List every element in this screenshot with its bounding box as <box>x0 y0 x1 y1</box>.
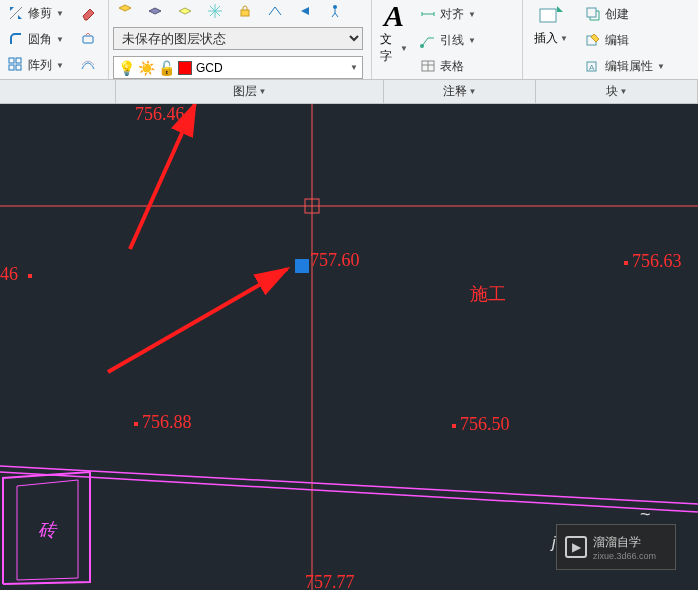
svg-point-7 <box>420 44 424 48</box>
chevron-down-icon: ▼ <box>56 61 64 70</box>
block-editattr-button[interactable]: A编辑属性▼ <box>581 56 669 77</box>
offset-icon <box>80 57 96 73</box>
erase-button[interactable] <box>76 3 100 23</box>
insert-label: 插入 <box>534 30 558 47</box>
chevron-down-icon: ▼ <box>56 35 64 44</box>
layer-dropdown[interactable]: 💡 ☀️ 🔓 GCD ▼ <box>113 56 363 79</box>
layer-tool-4[interactable] <box>203 1 227 21</box>
leader-icon <box>420 32 436 48</box>
annotation-arrows <box>0 104 698 590</box>
array-button[interactable]: 阵列 ▼ <box>4 55 68 76</box>
layer-tool-5[interactable] <box>233 1 257 21</box>
array-label: 阵列 <box>28 57 52 74</box>
watermark-url: zixue.3d66.com <box>593 551 656 561</box>
fillet-icon <box>8 31 24 47</box>
layer-state-select[interactable]: 未保存的图层状态 <box>113 27 363 50</box>
chevron-down-icon: ▼ <box>350 63 358 72</box>
chevron-down-icon: ▼ <box>56 9 64 18</box>
drawing-area[interactable]: 756.46 46 757.60 756.63 施工 756.88 756.50… <box>0 104 698 590</box>
chevron-down-icon: ▼ <box>620 87 628 96</box>
chevron-down-icon: ▼ <box>468 36 476 45</box>
offset-button[interactable] <box>76 55 100 75</box>
insert-button[interactable]: 插入 ▼ <box>527 1 575 79</box>
table-button[interactable]: 表格 <box>416 56 468 77</box>
modify-aux-group <box>72 0 108 79</box>
watermark-title: 溜溜自学 <box>593 534 656 551</box>
svg-rect-5 <box>241 10 249 16</box>
layer-color-swatch <box>178 61 192 75</box>
layer-tool-8[interactable] <box>323 1 347 21</box>
svg-line-18 <box>108 269 287 372</box>
chevron-down-icon: ▼ <box>469 87 477 96</box>
svg-rect-4 <box>83 36 93 43</box>
layer-icon <box>117 3 133 19</box>
chevron-down-icon: ▼ <box>657 62 665 71</box>
eraser-icon <box>80 5 96 21</box>
dim-align-label: 对齐 <box>440 6 464 23</box>
text-label: 文字 <box>380 31 398 65</box>
ribbon: 修剪 ▼ 圆角 ▼ 阵列 ▼ <box>0 0 698 80</box>
layer-tool-3[interactable] <box>173 1 197 21</box>
attr-icon: A <box>585 58 601 74</box>
layer-walk-icon <box>327 3 343 19</box>
modify-group: 修剪 ▼ 圆角 ▼ 阵列 ▼ <box>0 0 72 79</box>
chevron-down-icon: ▼ <box>468 10 476 19</box>
layer-group: 未保存的图层状态 💡 ☀️ 🔓 GCD ▼ <box>109 0 371 79</box>
block-edit-label: 编辑 <box>605 32 629 49</box>
dim-align-button[interactable]: 对齐▼ <box>416 4 480 25</box>
layer-prev-icon <box>297 3 313 19</box>
block-edit-button[interactable]: 编辑 <box>581 30 633 51</box>
insert-icon <box>537 3 565 27</box>
block-create-button[interactable]: 创建 <box>581 4 633 25</box>
array-icon <box>8 57 24 73</box>
svg-point-6 <box>333 5 337 9</box>
annotation-group: A 文字 ▼ 对齐▼ 引线▼ 表格 <box>372 0 522 79</box>
leader-label: 引线 <box>440 32 464 49</box>
table-label: 表格 <box>440 58 464 75</box>
bulb-on-icon: 💡 <box>118 60 134 76</box>
text-button[interactable]: A 文字 ▼ <box>376 1 412 79</box>
layer-tool-2[interactable] <box>143 1 167 21</box>
svg-rect-1 <box>16 58 21 63</box>
svg-line-17 <box>130 104 195 249</box>
layer-tool-7[interactable] <box>293 1 317 21</box>
panel-annotation[interactable]: 注释▼ <box>384 80 536 103</box>
chevron-down-icon: ▼ <box>400 44 408 53</box>
layer-tool-6[interactable] <box>263 1 287 21</box>
watermark: ▶ 溜溜自学 zixue.3d66.com <box>556 524 676 570</box>
table-icon <box>420 58 436 74</box>
layer-name: GCD <box>196 61 346 75</box>
layer-freeze-icon <box>207 3 223 19</box>
create-icon <box>585 6 601 22</box>
trim-icon <box>8 5 24 21</box>
layer-lock-icon <box>237 3 253 19</box>
edit-icon <box>585 32 601 48</box>
block-group: 插入 ▼ 创建 编辑 A编辑属性▼ <box>523 0 698 79</box>
explode-button[interactable] <box>76 29 100 49</box>
layer-iso-icon <box>177 3 193 19</box>
layer-match-icon <box>267 3 283 19</box>
block-create-label: 创建 <box>605 6 629 23</box>
layer-tool-1[interactable] <box>113 1 137 21</box>
fillet-button[interactable]: 圆角 ▼ <box>4 29 68 50</box>
dim-icon <box>420 6 436 22</box>
chevron-down-icon: ▼ <box>259 87 267 96</box>
explode-icon <box>80 31 96 47</box>
panel-layer[interactable]: 图层▼ <box>116 80 384 103</box>
panel-block[interactable]: 块▼ <box>536 80 698 103</box>
chevron-down-icon: ▼ <box>560 34 568 43</box>
sun-icon: ☀️ <box>138 60 154 76</box>
panel-titles: 图层▼ 注释▼ 块▼ <box>0 80 698 104</box>
lock-open-icon: 🔓 <box>158 60 174 76</box>
fillet-label: 圆角 <box>28 31 52 48</box>
play-icon: ▶ <box>565 536 587 558</box>
svg-rect-9 <box>540 9 556 22</box>
trim-button[interactable]: 修剪 ▼ <box>4 3 68 24</box>
block-editattr-label: 编辑属性 <box>605 58 653 75</box>
layer-off-icon <box>147 3 163 19</box>
text-icon: A <box>384 3 404 29</box>
leader-button[interactable]: 引线▼ <box>416 30 480 51</box>
svg-text:A: A <box>589 63 595 72</box>
svg-rect-3 <box>16 65 21 70</box>
svg-rect-0 <box>9 58 14 63</box>
